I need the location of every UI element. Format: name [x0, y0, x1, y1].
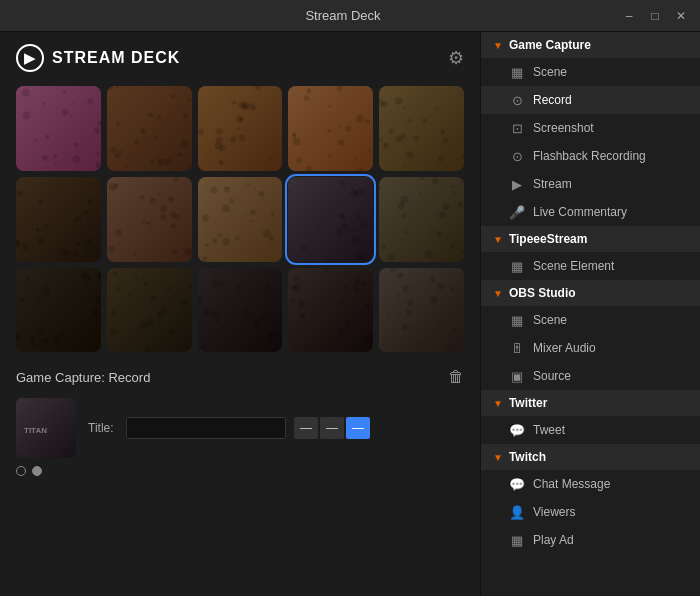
field-row-title: Title: — — — [88, 417, 464, 439]
title-bar: Stream Deck – □ ✕ [0, 0, 700, 32]
scene-element-icon: ▦ [509, 258, 525, 274]
sidebar-item-chat-message[interactable]: 💬 Chat Message [481, 470, 700, 498]
title-label: Title: [88, 421, 118, 435]
grid-cell-canvas-4 [288, 86, 373, 171]
grid-cell-14[interactable] [288, 268, 373, 353]
sidebar-label-screenshot: Screenshot [533, 121, 594, 135]
grid-cell-10[interactable] [379, 177, 464, 262]
arrow-icon-twitch: ▼ [493, 452, 503, 463]
deck-logo-icon: ▶ [16, 44, 44, 72]
sidebar-item-scene-obs[interactable]: ▦ Scene [481, 306, 700, 334]
grid-cell-3[interactable] [198, 86, 283, 171]
grid-cell-canvas-2 [107, 86, 192, 171]
play-icon: ▶ [24, 50, 36, 66]
dash-btn-1[interactable]: — [294, 417, 318, 439]
sidebar-item-play-ad[interactable]: ▦ Play Ad [481, 526, 700, 554]
grid-cell-canvas-10 [379, 177, 464, 262]
grid-cell-canvas-15 [379, 268, 464, 353]
sidebar-item-stream[interactable]: ▶ Stream [481, 170, 700, 198]
close-button[interactable]: ✕ [670, 7, 692, 25]
sidebar-item-mixer-audio[interactable]: 🎚 Mixer Audio [481, 334, 700, 362]
scene-icon-obs: ▦ [509, 312, 525, 328]
section-label-game-capture: Game Capture [509, 38, 591, 52]
section-label-twitter: Twitter [509, 396, 547, 410]
grid-cell-canvas-1 [16, 86, 101, 171]
dash-btn-2[interactable]: — [320, 417, 344, 439]
viewers-icon: 👤 [509, 504, 525, 520]
section-header-twitch[interactable]: ▼ Twitch [481, 444, 700, 470]
main-layout: ▶ STREAM DECK ⚙ [0, 32, 700, 596]
grid-cell-canvas-14 [288, 268, 373, 353]
grid-cell-9[interactable] [288, 177, 373, 262]
record-icon: ⊙ [509, 92, 525, 108]
sidebar-label-flashback: Flashback Recording [533, 149, 646, 163]
sidebar-item-live-commentary[interactable]: 🎤 Live Commentary [481, 198, 700, 226]
grid-cell-6[interactable] [16, 177, 101, 262]
config-area: Game Capture: Record 🗑 Title: — — — [0, 358, 480, 596]
arrow-icon-tipeee: ▼ [493, 234, 503, 245]
delete-icon[interactable]: 🗑 [448, 368, 464, 386]
grid-cell-1[interactable] [16, 86, 101, 171]
grid-cell-canvas-5 [379, 86, 464, 171]
grid-cell-canvas-6 [16, 177, 101, 262]
chat-icon: 💬 [509, 476, 525, 492]
grid-cell-8[interactable] [198, 177, 283, 262]
sidebar-label-scene-element: Scene Element [533, 259, 614, 273]
sidebar-label-mixer-audio: Mixer Audio [533, 341, 596, 355]
grid-cell-12[interactable] [107, 268, 192, 353]
button-grid [0, 80, 480, 358]
title-input[interactable] [126, 417, 286, 439]
grid-cell-2[interactable] [107, 86, 192, 171]
grid-cell-5[interactable] [379, 86, 464, 171]
dot-2[interactable] [32, 466, 42, 476]
sidebar-label-live-commentary: Live Commentary [533, 205, 627, 219]
sidebar-item-tweet[interactable]: 💬 Tweet [481, 416, 700, 444]
scene-icon-gc: ▦ [509, 64, 525, 80]
dot-row [16, 466, 464, 476]
sidebar-item-screenshot[interactable]: ⊡ Screenshot [481, 114, 700, 142]
mic-icon: 🎤 [509, 204, 525, 220]
sidebar-item-record[interactable]: ⊙ Record [481, 86, 700, 114]
grid-cell-4[interactable] [288, 86, 373, 171]
grid-cell-canvas-11 [16, 268, 101, 353]
grid-cell-canvas-12 [107, 268, 192, 353]
sidebar-item-flashback[interactable]: ⊙ Flashback Recording [481, 142, 700, 170]
grid-cell-canvas-13 [198, 268, 283, 353]
sidebar-label-chat-message: Chat Message [533, 477, 610, 491]
btn-group: — — — [294, 417, 370, 439]
section-header-game-capture[interactable]: ▼ Game Capture [481, 32, 700, 58]
section-header-tipeeestream[interactable]: ▼ TipeeeStream [481, 226, 700, 252]
blue-dash-btn[interactable]: — [346, 417, 370, 439]
arrow-icon-game-capture: ▼ [493, 40, 503, 51]
stream-icon: ▶ [509, 176, 525, 192]
section-header-obs[interactable]: ▼ OBS Studio [481, 280, 700, 306]
config-title: Game Capture: Record [16, 370, 150, 385]
grid-cell-15[interactable] [379, 268, 464, 353]
sidebar-item-viewers[interactable]: 👤 Viewers [481, 498, 700, 526]
grid-cell-7[interactable] [107, 177, 192, 262]
dot-1[interactable] [16, 466, 26, 476]
sidebar-item-scene-gc[interactable]: ▦ Scene [481, 58, 700, 86]
flashback-icon: ⊙ [509, 148, 525, 164]
title-bar-title: Stream Deck [68, 8, 618, 23]
right-panel: ▼ Game Capture ▦ Scene ⊙ Record ⊡ Screen… [480, 32, 700, 596]
minimize-button[interactable]: – [618, 7, 640, 25]
sidebar-label-record: Record [533, 93, 572, 107]
sidebar-label-play-ad: Play Ad [533, 533, 574, 547]
maximize-button[interactable]: □ [644, 7, 666, 25]
sidebar-item-source[interactable]: ▣ Source [481, 362, 700, 390]
deck-header: ▶ STREAM DECK ⚙ [0, 32, 480, 80]
sidebar-item-scene-element[interactable]: ▦ Scene Element [481, 252, 700, 280]
grid-cell-13[interactable] [198, 268, 283, 353]
deck-logo-text: STREAM DECK [52, 49, 180, 67]
grid-cell-canvas-7 [107, 177, 192, 262]
deck-logo: ▶ STREAM DECK [16, 44, 180, 72]
thumbnail-canvas [16, 398, 76, 458]
grid-cell-11[interactable] [16, 268, 101, 353]
gear-icon[interactable]: ⚙ [448, 47, 464, 69]
section-label-twitch: Twitch [509, 450, 546, 464]
config-row: Title: — — — [16, 398, 464, 458]
play-ad-icon: ▦ [509, 532, 525, 548]
section-header-twitter[interactable]: ▼ Twitter [481, 390, 700, 416]
tweet-icon: 💬 [509, 422, 525, 438]
